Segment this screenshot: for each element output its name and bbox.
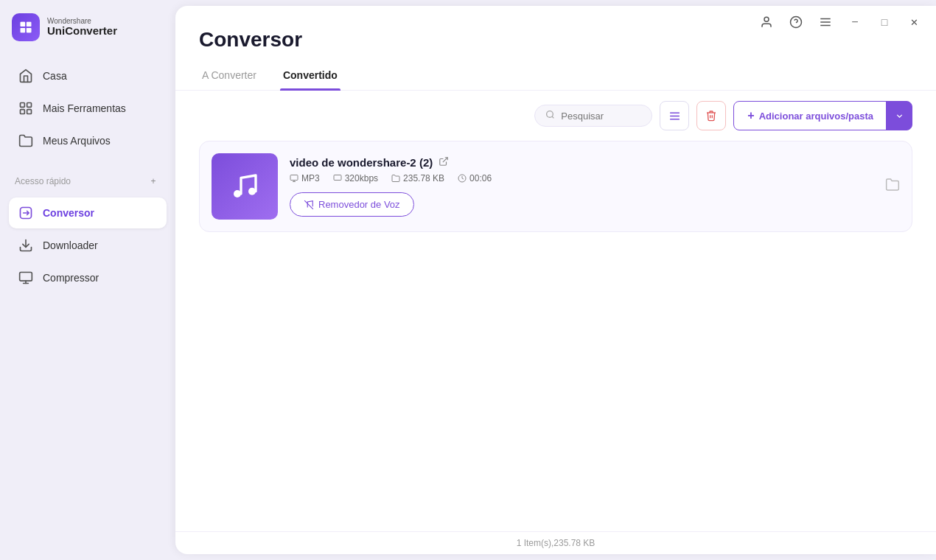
file-duration-value: 00:06 [469, 173, 492, 183]
svg-rect-3 [27, 28, 31, 32]
statusbar: 1 Item(s),235.78 KB [175, 531, 936, 554]
file-format-value: MP3 [301, 173, 320, 183]
close-button[interactable]: ✕ [904, 12, 924, 32]
maximize-button[interactable]: □ [874, 12, 895, 32]
file-name-row: video de wondershare-2 (2) [290, 156, 900, 169]
minimize-button[interactable]: − [845, 12, 865, 32]
file-thumbnail [212, 153, 278, 220]
add-files-group: + Adicionar arquivos/pasta [733, 101, 912, 130]
tab-convertido[interactable]: Convertido [280, 63, 340, 90]
search-icon [545, 110, 555, 122]
help-icon-button[interactable] [786, 12, 806, 32]
download-icon [18, 237, 34, 253]
file-size: 235.78 KB [391, 173, 444, 183]
search-box[interactable] [534, 105, 652, 127]
file-format: MP3 [290, 173, 320, 183]
home-icon [18, 68, 34, 84]
files-icon [18, 133, 34, 149]
delete-button[interactable] [696, 101, 726, 130]
list-view-button[interactable] [660, 101, 689, 130]
plus-icon: + [747, 109, 754, 122]
tab-bar: A Converter Convertido [175, 52, 936, 91]
compress-icon [18, 270, 34, 286]
sidebar-item-label: Meus Arquivos [43, 135, 111, 147]
add-files-label: Adicionar arquivos/pasta [759, 111, 873, 122]
file-size-value: 235.78 KB [403, 173, 444, 183]
svg-rect-1 [27, 22, 31, 27]
sidebar-item-label: Compressor [43, 272, 99, 284]
sidebar-item-label: Downloader [43, 239, 98, 251]
user-icon-button[interactable] [756, 12, 777, 32]
sidebar: Wondershare UniConverter Casa [0, 0, 175, 560]
conversor-icon [18, 205, 34, 221]
voice-remover-button[interactable]: Removedor de Voz [290, 192, 414, 217]
sidebar-nav: Casa Mais Ferramentas [0, 55, 175, 162]
app-title-block: Wondershare UniConverter [47, 17, 117, 38]
quick-access-header: Acesso rápido + [0, 162, 175, 192]
brand-bottom: UniConverter [47, 25, 117, 38]
file-list: video de wondershare-2 (2) [175, 141, 936, 531]
tools-icon [18, 100, 34, 116]
menu-icon-button[interactable] [815, 12, 836, 32]
voice-remover-label: Removedor de Voz [318, 199, 400, 210]
svg-point-23 [234, 190, 241, 197]
sidebar-item-label: Casa [43, 70, 67, 82]
quick-access-add-button[interactable]: + [146, 174, 161, 189]
svg-rect-2 [21, 28, 25, 32]
open-file-icon[interactable] [439, 156, 449, 169]
file-item: video de wondershare-2 (2) [199, 141, 912, 232]
svg-rect-29 [334, 175, 341, 181]
sidebar-item-arquivos[interactable]: Meus Arquivos [9, 125, 167, 156]
svg-point-24 [248, 188, 256, 195]
sidebar-nav-quick: Conversor Downloader [0, 192, 175, 299]
file-info: video de wondershare-2 (2) [290, 156, 900, 217]
file-duration: 00:06 [458, 173, 492, 183]
sidebar-item-downloader[interactable]: Downloader [9, 230, 167, 261]
sidebar-item-compressor[interactable]: Compressor [9, 262, 167, 293]
svg-rect-9 [20, 273, 32, 281]
file-name: video de wondershare-2 (2) [290, 156, 433, 169]
add-files-button[interactable]: + Adicionar arquivos/pasta [733, 101, 887, 130]
main-content: − □ ✕ Conversor A Converter Convertido [175, 6, 936, 554]
tab-a-converter[interactable]: A Converter [199, 63, 259, 90]
sidebar-item-conversor[interactable]: Conversor [9, 197, 167, 228]
svg-rect-4 [21, 103, 25, 108]
svg-line-25 [443, 158, 447, 162]
svg-line-19 [552, 116, 553, 118]
file-bitrate: 320kbps [333, 173, 378, 183]
sidebar-item-ferramentas[interactable]: Mais Ferramentas [9, 93, 167, 124]
app-header: Wondershare UniConverter [0, 0, 175, 55]
search-input[interactable] [561, 111, 641, 122]
quick-access-label: Acesso rápido [15, 176, 71, 186]
sidebar-item-label: Conversor [43, 207, 94, 219]
svg-rect-6 [21, 110, 25, 114]
statusbar-text: 1 Item(s),235.78 KB [517, 538, 596, 548]
file-bitrate-value: 320kbps [345, 173, 378, 183]
svg-rect-5 [27, 103, 32, 108]
svg-point-18 [547, 111, 553, 118]
app-logo [12, 13, 40, 41]
file-meta: MP3 320kbps [290, 173, 900, 183]
svg-point-12 [764, 17, 769, 21]
add-files-dropdown-button[interactable] [886, 101, 912, 130]
sidebar-item-label: Mais Ferramentas [43, 102, 126, 114]
svg-rect-7 [27, 110, 32, 114]
open-folder-icon[interactable] [885, 178, 900, 196]
toolbar: + Adicionar arquivos/pasta [175, 91, 936, 141]
svg-rect-0 [21, 22, 25, 27]
svg-rect-26 [290, 175, 298, 181]
titlebar: − □ ✕ [744, 6, 936, 32]
sidebar-item-casa[interactable]: Casa [9, 60, 167, 91]
